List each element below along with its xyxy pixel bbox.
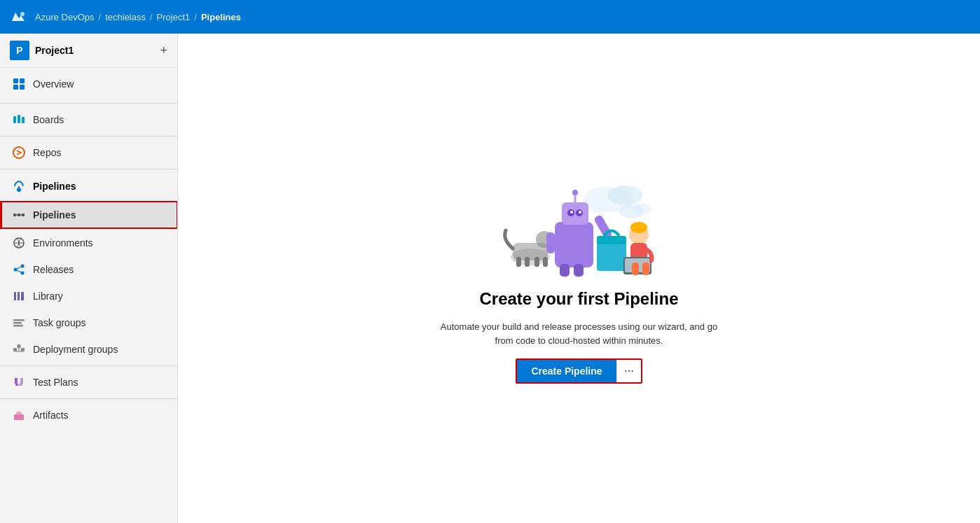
svg-rect-24 <box>14 292 16 300</box>
svg-rect-29 <box>13 325 23 327</box>
artifacts-icon <box>12 408 26 422</box>
library-label: Library <box>33 291 63 302</box>
svg-rect-0 <box>8 7 28 27</box>
sidebar-item-task-groups[interactable]: Task groups <box>0 309 177 336</box>
environments-icon <box>12 236 26 250</box>
svg-rect-27 <box>13 319 25 321</box>
empty-title: Create your first Pipeline <box>479 289 678 309</box>
pipelines-section-label: Pipelines <box>33 181 76 192</box>
svg-rect-32 <box>18 344 21 348</box>
add-project-button[interactable]: + <box>160 44 167 57</box>
svg-rect-36 <box>14 414 24 420</box>
deployment-groups-icon <box>12 342 26 356</box>
svg-point-38 <box>607 186 642 205</box>
svg-rect-26 <box>21 292 24 300</box>
more-options-button[interactable]: ⋯ <box>616 360 641 382</box>
sidebar-item-pipelines-header[interactable]: Pipelines <box>0 172 177 200</box>
sidebar-item-boards[interactable]: Boards <box>0 106 177 133</box>
main-content: Create your first Pipeline Automate your… <box>178 34 980 523</box>
svg-rect-7 <box>18 115 20 123</box>
sidebar-item-environments[interactable]: Environments <box>0 230 177 256</box>
svg-rect-31 <box>21 348 25 351</box>
sidebar-item-pipelines[interactable]: Pipelines <box>0 202 177 228</box>
releases-label: Releases <box>33 264 74 275</box>
svg-rect-2 <box>13 78 18 83</box>
artifacts-label: Artifacts <box>33 410 69 421</box>
svg-point-10 <box>17 188 21 192</box>
svg-point-1 <box>20 12 25 16</box>
test-plans-label: Test Plans <box>33 377 78 388</box>
create-pipeline-button[interactable]: Create Pipeline <box>517 360 616 382</box>
repos-icon <box>12 146 26 160</box>
svg-rect-68 <box>632 263 639 275</box>
svg-rect-4 <box>13 85 18 90</box>
svg-rect-45 <box>516 257 521 267</box>
task-groups-icon <box>12 316 26 330</box>
boards-icon <box>12 113 26 127</box>
task-groups-label: Task groups <box>33 317 85 328</box>
sidebar-item-repos[interactable]: Repos <box>0 139 177 166</box>
project-breadcrumb[interactable]: Project1 <box>157 12 191 22</box>
create-pipeline-action-row: Create Pipeline ⋯ <box>516 358 642 384</box>
svg-rect-57 <box>593 214 613 239</box>
breadcrumb: Azure DevOps / techielass / Project1 / P… <box>35 12 241 22</box>
svg-line-22 <box>17 267 21 269</box>
repos-label: Repos <box>33 147 61 158</box>
sep1: / <box>99 12 102 22</box>
svg-point-53 <box>570 211 573 214</box>
svg-point-21 <box>21 272 25 275</box>
empty-description: Automate your build and release processe… <box>432 320 726 347</box>
brand-label: Azure DevOps <box>35 12 95 22</box>
svg-rect-49 <box>555 222 593 267</box>
topbar: Azure DevOps / techielass / Project1 / P… <box>0 0 980 34</box>
project-name: Project1 <box>35 45 154 56</box>
releases-icon <box>12 263 26 277</box>
deployment-groups-label: Deployment groups <box>33 344 118 355</box>
svg-rect-25 <box>18 292 20 300</box>
svg-rect-47 <box>534 257 539 267</box>
org-label[interactable]: techielass <box>105 12 146 22</box>
project-avatar: P <box>10 41 29 60</box>
svg-rect-58 <box>546 232 555 253</box>
more-options-icon: ⋯ <box>624 365 634 377</box>
sidebar-item-releases[interactable]: Releases <box>0 256 177 283</box>
sep2: / <box>150 12 153 22</box>
svg-point-19 <box>14 268 18 272</box>
overview-icon <box>12 77 26 91</box>
pipelines-header-icon <box>12 179 26 193</box>
page-breadcrumb: Pipelines <box>201 12 241 22</box>
sidebar-item-library[interactable]: Library <box>0 283 177 309</box>
svg-rect-3 <box>20 78 25 83</box>
sep3: / <box>194 12 197 22</box>
sidebar-item-artifacts[interactable]: Artifacts <box>0 402 177 428</box>
svg-rect-8 <box>22 117 25 123</box>
pipeline-illustration <box>495 173 663 278</box>
overview-label: Overview <box>33 78 74 90</box>
library-icon <box>12 289 26 303</box>
svg-point-9 <box>13 147 25 158</box>
boards-label: Boards <box>33 114 64 125</box>
svg-rect-5 <box>20 85 25 90</box>
pipelines-icon <box>12 208 26 222</box>
svg-point-56 <box>572 190 578 195</box>
sidebar-item-deployment-groups[interactable]: Deployment groups <box>0 336 177 363</box>
sidebar-item-test-plans[interactable]: Test Plans <box>0 369 177 396</box>
svg-point-41 <box>633 204 651 215</box>
svg-point-20 <box>21 265 25 268</box>
sidebar-item-overview[interactable]: Overview <box>0 71 177 97</box>
svg-rect-50 <box>562 202 588 225</box>
project-header: P Project1 + <box>0 34 177 68</box>
empty-state: Create your first Pipeline Automate your… <box>432 173 726 384</box>
svg-rect-12 <box>13 214 16 216</box>
svg-rect-60 <box>574 264 584 277</box>
svg-rect-14 <box>22 214 25 216</box>
pipelines-sub-label: Pipelines <box>33 209 76 221</box>
svg-rect-46 <box>525 257 530 267</box>
azure-devops-logo-icon <box>8 7 28 27</box>
svg-point-64 <box>630 222 647 233</box>
svg-rect-28 <box>13 322 22 324</box>
svg-point-54 <box>579 211 581 214</box>
svg-rect-69 <box>642 263 649 275</box>
svg-line-23 <box>17 270 21 272</box>
svg-rect-30 <box>13 348 17 351</box>
